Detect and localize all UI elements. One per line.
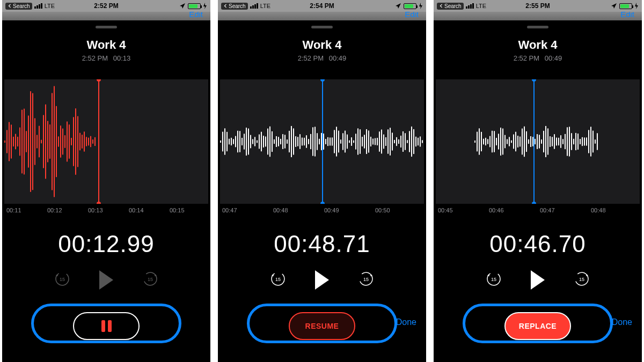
svg-rect-89 <box>308 139 309 144</box>
svg-rect-181 <box>545 126 546 157</box>
svg-rect-184 <box>552 137 553 146</box>
svg-rect-70 <box>267 129 268 155</box>
svg-rect-17 <box>41 140 42 144</box>
back-to-app-chip[interactable]: Search <box>5 3 32 10</box>
waveform-area[interactable] <box>436 79 640 204</box>
battery-icon <box>188 3 201 9</box>
svg-rect-20 <box>47 121 48 162</box>
svg-rect-27 <box>62 129 63 155</box>
recording-title[interactable]: Work 4 <box>220 38 424 52</box>
svg-text:15: 15 <box>60 277 65 282</box>
svg-rect-129 <box>394 140 395 143</box>
svg-rect-119 <box>372 138 374 144</box>
subtitle-time: 2:52 PM <box>298 54 324 62</box>
back-to-app-chip[interactable]: Search <box>437 3 464 10</box>
svg-rect-78 <box>284 135 286 148</box>
sheet-grabber[interactable] <box>527 26 548 28</box>
playhead[interactable] <box>322 79 323 204</box>
svg-rect-53 <box>231 138 232 145</box>
skip-back-15-button[interactable]: 15 <box>486 271 502 289</box>
svg-rect-162 <box>504 135 506 149</box>
svg-rect-123 <box>381 130 382 154</box>
svg-rect-41 <box>92 139 93 144</box>
sheet-grabber[interactable] <box>311 26 333 28</box>
carrier-label: LTE <box>476 3 486 9</box>
back-label: Search <box>13 3 30 9</box>
playhead[interactable] <box>98 79 99 204</box>
svg-rect-165 <box>511 141 512 143</box>
svg-rect-166 <box>513 135 514 149</box>
svg-rect-160 <box>500 128 501 156</box>
action-label: REPLACE <box>519 322 557 330</box>
waveform-area[interactable] <box>4 79 208 204</box>
sheet-grabber[interactable] <box>96 26 117 28</box>
svg-rect-149 <box>477 132 478 152</box>
svg-rect-38 <box>86 137 87 146</box>
charging-icon <box>419 3 423 9</box>
svg-rect-105 <box>342 133 343 150</box>
svg-rect-128 <box>392 132 393 150</box>
svg-text:15: 15 <box>491 277 496 282</box>
svg-rect-50 <box>224 128 225 154</box>
done-link[interactable]: Done <box>612 317 632 327</box>
svg-rect-71 <box>269 127 270 157</box>
action-label: RESUME <box>305 322 339 330</box>
skip-forward-15-button[interactable]: 15 <box>574 271 590 289</box>
waveform-area[interactable] <box>220 79 424 204</box>
edit-link[interactable]: Edit <box>189 12 203 19</box>
svg-rect-155 <box>489 136 491 147</box>
time-ruler: 00:4500:4600:4700:48 <box>436 204 640 219</box>
svg-rect-85 <box>299 134 301 149</box>
svg-rect-40 <box>90 136 91 147</box>
playhead[interactable] <box>533 79 535 204</box>
svg-rect-158 <box>496 138 497 145</box>
charging-icon <box>203 3 207 9</box>
edit-link[interactable]: Edit <box>405 12 419 19</box>
status-bar: Search LTE 2:54 PM <box>218 0 426 12</box>
svg-rect-4 <box>13 137 14 146</box>
skip-forward-15-button[interactable]: 15 <box>142 271 158 289</box>
svg-rect-183 <box>550 136 551 147</box>
play-button[interactable] <box>99 270 113 290</box>
play-button[interactable] <box>315 270 329 290</box>
svg-rect-39 <box>88 138 89 146</box>
svg-rect-179 <box>541 139 542 144</box>
recording-title[interactable]: Work 4 <box>436 38 640 52</box>
svg-rect-138 <box>413 129 414 154</box>
svg-rect-203 <box>592 131 594 153</box>
svg-rect-65 <box>257 141 258 143</box>
skip-back-15-button[interactable]: 15 <box>54 271 70 289</box>
playback-controls: 15 15 <box>220 270 424 290</box>
svg-rect-14 <box>34 118 35 165</box>
resume-record-button[interactable]: RESUME <box>289 312 355 340</box>
svg-rect-88 <box>306 135 307 148</box>
svg-rect-199 <box>584 137 585 145</box>
back-to-app-chip[interactable]: Search <box>221 3 248 10</box>
svg-rect-109 <box>351 137 352 146</box>
recording-sheet: Work 4 2:52 PM 00:49 00:4700:4800:4900:5… <box>220 20 424 362</box>
svg-rect-142 <box>422 140 423 143</box>
svg-rect-168 <box>517 136 518 147</box>
recording-sheet: Work 4 2:52 PM 00:49 00:4500:4600:4700:4… <box>436 20 640 362</box>
replace-record-button[interactable]: REPLACE <box>504 312 571 340</box>
action-area <box>4 305 208 348</box>
svg-rect-152 <box>483 139 484 145</box>
recording-title[interactable]: Work 4 <box>4 38 208 52</box>
subtitle-time: 2:52 PM <box>82 54 108 62</box>
svg-rect-33 <box>75 108 76 175</box>
back-label: Search <box>229 3 246 9</box>
svg-rect-156 <box>492 131 493 152</box>
play-button[interactable] <box>531 270 545 290</box>
svg-rect-35 <box>79 133 80 151</box>
svg-text:15: 15 <box>148 277 153 282</box>
svg-rect-15 <box>36 135 38 149</box>
svg-rect-99 <box>330 137 331 145</box>
done-link[interactable]: Done <box>396 317 416 327</box>
svg-rect-73 <box>274 139 275 144</box>
skip-back-15-button[interactable]: 15 <box>270 271 286 289</box>
pause-record-button[interactable] <box>73 312 140 340</box>
skip-forward-15-button[interactable]: 15 <box>358 271 374 289</box>
subtitle-duration: 00:49 <box>329 54 347 62</box>
edit-link[interactable]: Edit <box>620 12 634 19</box>
svg-rect-169 <box>519 137 521 147</box>
